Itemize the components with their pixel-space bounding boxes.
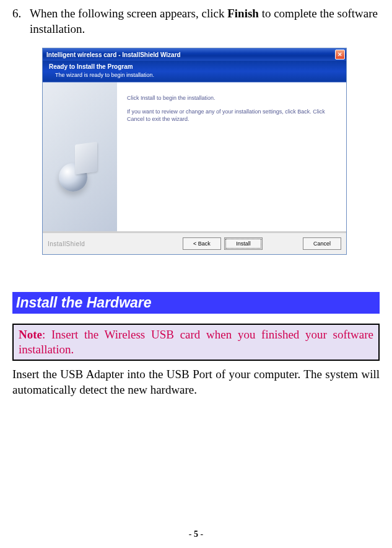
step-number: 6. bbox=[12, 6, 30, 37]
window-title: Intelligent wireless card - InstallShiel… bbox=[46, 51, 335, 58]
window-titlebar: Intelligent wireless card - InstallShiel… bbox=[43, 48, 346, 61]
wizard-subheading: The wizard is ready to begin installatio… bbox=[49, 72, 340, 78]
wizard-header: Ready to Install the Program The wizard … bbox=[43, 61, 346, 82]
step-text: When the following screen appears, click… bbox=[30, 6, 380, 37]
note-box: Note: Insert the Wireless USB card when … bbox=[12, 324, 380, 361]
step-text-bold: Finish bbox=[227, 7, 259, 20]
note-text: : Insert the Wireless USB card when you … bbox=[19, 328, 373, 356]
section-heading: Install the Hardware bbox=[12, 292, 380, 314]
installer-screenshot: Intelligent wireless card - InstallShiel… bbox=[42, 48, 380, 255]
page-number-value: 5 bbox=[194, 529, 198, 539]
wizard-line2: If you want to review or change any of y… bbox=[127, 108, 336, 123]
cancel-button[interactable]: Cancel bbox=[303, 237, 341, 250]
wizard-line1: Click Install to begin the installation. bbox=[127, 95, 336, 102]
back-button[interactable]: < Back bbox=[183, 237, 221, 250]
note-label: Note bbox=[19, 328, 42, 341]
body-paragraph: Insert the USB Adapter into the USB Port… bbox=[12, 367, 380, 397]
wizard-body-text: Click Install to begin the installation.… bbox=[117, 82, 346, 231]
close-icon[interactable]: ✕ bbox=[335, 50, 345, 60]
wizard-button-row: InstallShield < Back Install Cancel bbox=[43, 231, 346, 254]
page-number: - 5 - bbox=[0, 529, 392, 539]
wizard-heading: Ready to Install the Program bbox=[49, 63, 340, 70]
step-text-pre: When the following screen appears, click bbox=[30, 7, 227, 20]
installshield-brand: InstallShield bbox=[48, 241, 180, 247]
wizard-side-graphic bbox=[43, 82, 117, 231]
wizard-content: Click Install to begin the installation.… bbox=[43, 82, 346, 231]
step-item: 6. When the following screen appears, cl… bbox=[12, 6, 380, 37]
install-button[interactable]: Install bbox=[224, 237, 263, 250]
